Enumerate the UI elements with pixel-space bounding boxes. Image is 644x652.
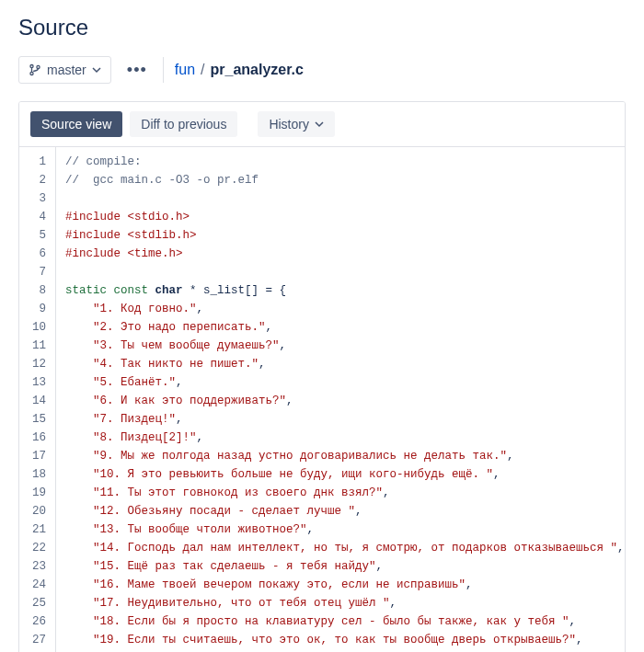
more-actions-button[interactable]: ••• [122,55,152,85]
code-line: // gcc main.c -O3 -o pr.elf [65,171,615,189]
line-number: 4 [25,208,46,226]
code-line: #include <stdio.h> [65,208,615,226]
branch-name: master [47,63,86,77]
code-line: "6. И как это поддерживать?", [65,392,615,410]
line-number-gutter: 1234567891011121314151617181920212223242… [19,147,56,652]
line-number: 17 [25,447,46,465]
code-line: // compile: [65,153,615,171]
line-number: 16 [25,429,46,447]
svg-point-2 [37,65,40,68]
tab-diff-previous[interactable]: Diff to previous [130,111,237,137]
line-number: 18 [25,465,46,484]
breadcrumb: fun / pr_analyzer.c [175,62,304,78]
line-number: 24 [25,576,46,594]
code-line: "17. Неудивительно, что от тебя отец ушё… [65,594,615,612]
code-line: "3. Ты чем вообще думаешь?", [65,337,615,355]
code-line: "16. Маме твоей вечером покажу это, если… [65,576,615,594]
code-line: "4. Так никто не пишет.", [65,355,615,373]
code-line: "9. Мы же полгода назад устно договарива… [65,447,615,465]
tab-history[interactable]: History [258,111,335,137]
code-line: "11. Ты этот говнокод из своего днк взял… [65,484,615,502]
code-line: "12. Обезьяну посади - сделает лучше ", [65,502,615,520]
line-number: 2 [25,171,46,189]
line-number: 8 [25,281,46,300]
line-number: 1 [25,153,46,171]
breadcrumb-folder[interactable]: fun [175,62,195,78]
view-tabs: Source view Diff to previous History [19,102,625,147]
file-toolbar: master ••• fun / pr_analyzer.c [18,55,626,85]
line-number: 5 [25,226,46,245]
line-number: 15 [25,410,46,429]
code-line: #include <stdlib.h> [65,226,615,245]
code-line: "14. Господь дал нам интеллект, но ты, я… [65,539,615,557]
chevron-down-icon [92,65,101,74]
line-number: 14 [25,392,46,410]
source-panel: Source view Diff to previous History 123… [18,101,626,652]
chevron-down-icon [315,120,324,129]
code-line: static const char * s_list[] = { [65,281,615,300]
svg-point-0 [30,64,33,67]
line-number: 6 [25,245,46,263]
page-title: Source [18,15,626,40]
branch-selector[interactable]: master [18,56,111,84]
line-number: 11 [25,337,46,355]
code-line: "18. Если бы я просто на клавиатуру сел … [65,612,615,631]
line-number: 12 [25,355,46,373]
code-viewer: 1234567891011121314151617181920212223242… [19,147,625,652]
line-number: 22 [25,539,46,557]
line-number: 27 [25,631,46,649]
tab-history-label: History [269,117,309,132]
line-number: 13 [25,373,46,392]
line-number: 21 [25,520,46,539]
code-line: "8. Пиздец[2]!", [65,429,615,447]
svg-point-1 [30,72,33,74]
code-line: "15. Ещё раз так сделаешь - я тебя найду… [65,557,615,576]
code-line: "13. Ты вообще чтоли животное?", [65,520,615,539]
code-line: "2. Это надо переписать.", [65,318,615,337]
code-line: "7. Пиздец!", [65,410,615,429]
line-number: 26 [25,612,46,631]
branch-icon [29,63,41,76]
code-line: "5. Ебанёт.", [65,373,615,392]
breadcrumb-separator: / [201,62,204,78]
tab-source-view[interactable]: Source view [30,111,122,137]
code-line [65,263,615,281]
line-number: 23 [25,557,46,576]
line-number: 10 [25,318,46,337]
code-line: "1. Код говно.", [65,300,615,318]
code-line [65,189,615,208]
code-line: "19. Если ты считаешь, что это ок, то ка… [65,631,615,649]
line-number: 9 [25,300,46,318]
breadcrumb-file: pr_analyzer.c [211,62,304,78]
line-number: 19 [25,484,46,502]
code-line: #include <time.h> [65,245,615,263]
code-content[interactable]: // compile:// gcc main.c -O3 -o pr.elf #… [56,147,625,652]
code-line: "10. Я это ревьюить больше не буду, ищи … [65,465,615,484]
toolbar-divider [163,57,164,83]
ellipsis-icon: ••• [127,61,147,80]
line-number: 20 [25,502,46,520]
line-number: 3 [25,189,46,208]
line-number: 25 [25,594,46,612]
line-number: 7 [25,263,46,281]
